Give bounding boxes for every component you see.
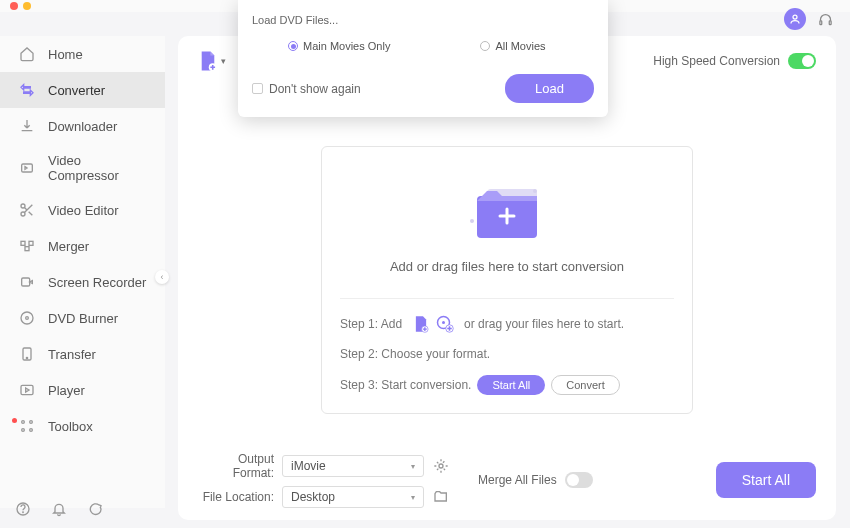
svg-rect-1 [819,20,821,24]
sidebar-item-label: Home [48,47,83,62]
step-3: Step 3: Start conversion. Start All Conv… [340,375,674,395]
load-button[interactable]: Load [505,74,594,103]
file-add-icon [198,50,218,72]
apps-icon [18,417,36,435]
chevron-down-icon: ▾ [411,462,415,471]
svg-rect-6 [21,241,25,245]
drop-zone[interactable]: Add or drag files here to start conversi… [321,146,693,414]
sidebar-item-label: Video Editor [48,203,119,218]
window-minimize-button[interactable] [23,2,31,10]
svg-point-17 [22,429,25,432]
help-icon[interactable] [14,500,32,518]
recorder-icon [18,273,36,291]
high-speed-label: High Speed Conversion [653,54,780,68]
converter-icon [18,81,36,99]
sidebar-item-label: Video Compressor [48,153,147,183]
start-all-pill[interactable]: Start All [477,375,545,395]
home-icon [18,45,36,63]
file-location-select[interactable]: Desktop ▾ [282,486,424,508]
svg-point-28 [442,321,445,324]
svg-point-10 [21,312,33,324]
sidebar-item-toolbox[interactable]: Toolbox [0,408,165,444]
format-settings-icon[interactable] [432,457,450,475]
disc-add-mini-icon [436,315,454,333]
svg-point-5 [21,212,25,216]
play-icon [18,381,36,399]
sidebar-item-compressor[interactable]: Video Compressor [0,144,165,192]
sidebar-item-converter[interactable]: Converter [0,72,165,108]
output-format-select[interactable]: iMovie ▾ [282,455,424,477]
svg-point-20 [23,512,24,513]
merge-label: Merge All Files [478,473,557,487]
svg-rect-2 [829,20,831,24]
dont-show-checkbox[interactable]: Don't show again [252,82,361,96]
add-file-button[interactable]: ▾ [198,50,226,72]
svg-point-0 [793,15,797,19]
user-account-icon[interactable] [784,8,806,30]
radio-icon [288,41,298,51]
sidebar-item-label: Screen Recorder [48,275,146,290]
sidebar-collapse-button[interactable]: ‹ [155,270,169,284]
checkbox-icon [252,83,263,94]
svg-rect-8 [25,247,29,251]
sidebar-item-downloader[interactable]: Downloader [0,108,165,144]
svg-point-25 [470,219,474,223]
radio-main-movies[interactable]: Main Movies Only [288,40,390,52]
svg-rect-14 [21,385,33,394]
support-headset-icon[interactable] [814,8,836,30]
step-2: Step 2: Choose your format. [340,347,674,361]
notification-dot [12,418,17,423]
step-1: Step 1: Add or drag your files here to s… [340,315,674,333]
compress-icon [18,159,36,177]
sidebar-item-label: Transfer [48,347,96,362]
merger-icon [18,237,36,255]
high-speed-toggle[interactable] [788,53,816,69]
radio-all-movies[interactable]: All Movies [480,40,545,52]
load-dvd-modal: Load DVD Files... Main Movies Only All M… [238,0,608,117]
svg-point-11 [26,317,29,320]
sidebar-nav: Home Converter Downloader Video Compress… [0,36,165,508]
drop-text: Add or drag files here to start conversi… [340,259,674,274]
merge-toggle[interactable] [565,472,593,488]
sidebar-item-transfer[interactable]: Transfer [0,336,165,372]
convert-pill[interactable]: Convert [551,375,620,395]
disc-icon [18,309,36,327]
sidebar-item-editor[interactable]: Video Editor [0,192,165,228]
folder-illustration [340,171,674,241]
svg-rect-7 [29,241,33,245]
sidebar-item-label: DVD Burner [48,311,118,326]
sidebar-item-merger[interactable]: Merger [0,228,165,264]
chevron-down-icon: ▾ [411,493,415,502]
modal-title: Load DVD Files... [252,14,594,26]
bell-icon[interactable] [50,500,68,518]
radio-icon [480,41,490,51]
sidebar-item-recorder[interactable]: Screen Recorder [0,264,165,300]
sidebar-item-label: Converter [48,83,105,98]
start-all-button[interactable]: Start All [716,462,816,498]
svg-point-18 [30,429,33,432]
sidebar-item-label: Merger [48,239,89,254]
folder-open-icon[interactable] [432,488,450,506]
file-add-mini-icon [412,315,430,333]
sidebar-item-label: Player [48,383,85,398]
sidebar-item-player[interactable]: Player [0,372,165,408]
window-close-button[interactable] [10,2,18,10]
transfer-icon [18,345,36,363]
sidebar-item-dvd[interactable]: DVD Burner [0,300,165,336]
file-location-label: File Location: [198,490,274,504]
svg-point-24 [533,189,537,193]
svg-point-13 [26,357,27,358]
output-format-label: Output Format: [198,452,274,480]
svg-point-4 [21,204,25,208]
svg-point-30 [439,464,443,468]
sidebar-item-label: Downloader [48,119,117,134]
sidebar-item-home[interactable]: Home [0,36,165,72]
scissors-icon [18,201,36,219]
chevron-down-icon: ▾ [221,56,226,66]
feedback-icon[interactable] [86,500,104,518]
download-icon [18,117,36,135]
svg-point-15 [22,421,25,424]
sidebar-item-label: Toolbox [48,419,93,434]
svg-point-16 [30,421,33,424]
